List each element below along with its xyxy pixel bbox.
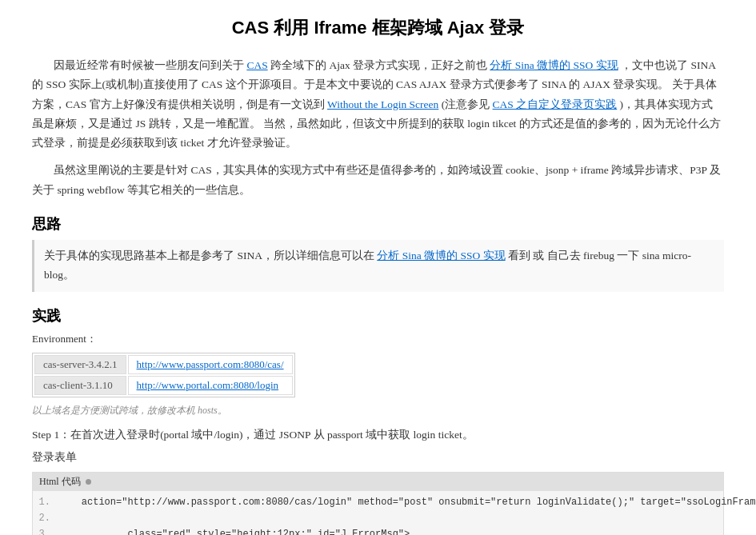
line-number: 2. xyxy=(33,510,58,526)
paragraph-1: 因最近经常有时候被一些朋友问到关于 CAS 跨全域下的 Ajax 登录方式实现，… xyxy=(32,56,724,153)
step-1-text: Step 1：在首次进入登录时(portal 域中/login)，通过 JSON… xyxy=(32,425,724,445)
without-login-screen-link[interactable]: Without the Login Screen xyxy=(327,98,438,110)
cas-link[interactable]: CAS xyxy=(246,59,267,71)
paragraph-2: 虽然这里阐说的主要是针对 CAS，其实具体的实现方式中有些还是值得参考的，如跨域… xyxy=(32,161,724,200)
step-1-sub: 登录表单 xyxy=(32,448,724,467)
env-table: cas-server-3.4.2.1http://www.passport.co… xyxy=(32,353,295,397)
line-content: class="red" style="height:12px;" id="J_E… xyxy=(58,526,410,535)
section-title-2: 实践 xyxy=(32,306,724,325)
code-line: 3. class="red" style="height:12px;" id="… xyxy=(33,526,723,535)
code-block: Html 代码 1. action="http://www.passport.c… xyxy=(32,472,724,535)
section-title-1: 思路 xyxy=(32,214,724,234)
env-val: http://www.portal.com:8080/login xyxy=(128,376,293,395)
code-header: Html 代码 xyxy=(33,473,723,491)
env-label: Environment： xyxy=(32,332,724,346)
line-number: 3. xyxy=(33,526,58,535)
code-lines: 1. action="http://www.passport.com:8080/… xyxy=(33,491,723,535)
env-val-link[interactable]: http://www.passport.com:8080/cas/ xyxy=(137,358,284,370)
cas-custom-login-link[interactable]: CAS 之自定义登录页实践 xyxy=(493,98,618,110)
line-number: 1. xyxy=(33,494,58,510)
env-val: http://www.passport.com:8080/cas/ xyxy=(128,355,293,374)
sina-sso-link[interactable]: 分析 Sina 微博的 SSO 实现 xyxy=(490,59,618,71)
env-section: Environment： cas-server-3.4.2.1http://ww… xyxy=(32,332,724,417)
code-line: 2. xyxy=(33,510,723,526)
page-title: CAS 利用 Iframe 框架跨域 Ajax 登录 xyxy=(32,16,724,40)
line-content: action="http://www.passport.com:8080/cas… xyxy=(58,494,756,510)
env-val-link[interactable]: http://www.portal.com:8080/login xyxy=(137,379,279,391)
code-dot xyxy=(86,479,91,485)
env-key: cas-client-3.1.10 xyxy=(34,376,126,395)
quote-link[interactable]: 分析 Sina 微博的 SSO 实现 xyxy=(377,250,505,262)
quote-block: 关于具体的实现思路基本上都是参考了 SINA，所以详细信息可以在 分析 Sina… xyxy=(32,240,724,292)
code-header-label: Html 代码 xyxy=(39,475,81,489)
env-note: 以上域名是方便测试跨域，故修改本机 hosts。 xyxy=(32,404,724,417)
env-key: cas-server-3.4.2.1 xyxy=(34,355,126,374)
code-line: 1. action="http://www.passport.com:8080/… xyxy=(33,494,723,510)
